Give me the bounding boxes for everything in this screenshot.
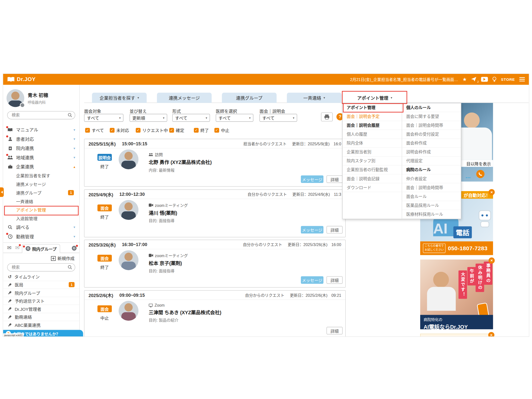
menu-item-meeting-history[interactable]: 面会｜説明会履歴 [343,121,402,130]
menu-item-by-company-rep[interactable]: 企業担当者別 [343,148,402,157]
detail-button[interactable]: 詳細 [327,175,343,183]
menu-item-slot-acceptance[interactable]: 面会枠の受付設定 [402,130,461,139]
lightbulb-icon[interactable] [492,77,497,82]
checkbox-requesting[interactable]: ✓リクエスト中 [136,127,168,133]
chevron-down-icon: ▾ [73,234,75,238]
message-button[interactable]: メッセージ [301,276,324,284]
sidebar-item-region[interactable]: 地域連携 ▾ [3,153,79,162]
channel-timeline[interactable]: ↺タイムライン [3,273,79,281]
sidebar-subitem-groups[interactable]: 連携グループ1 [3,188,79,197]
group-search-input[interactable] [7,263,75,271]
detail-button[interactable]: 詳細 [327,276,343,284]
star-icon[interactable]: ★ [463,77,467,82]
menu-item-personal-history[interactable]: 個人の履歴 [343,130,402,139]
close-icon[interactable]: × [488,332,494,337]
channel-shift-contact[interactable]: 勤務連絡 [3,313,79,321]
menu-item-create-seminar-slot[interactable]: 説明会枠作成 [402,148,461,157]
camera-icon[interactable] [20,102,25,108]
chevron-down-icon: ▾ [137,96,139,100]
drjoy-logo[interactable]: Dr.JOY [3,76,35,83]
filter-target-select[interactable]: すべて▾ [84,114,123,122]
menu-item-drug-adoption-rules[interactable]: 医薬品採用ルール [402,201,461,210]
phone-icon[interactable] [476,170,484,178]
checkbox-unhandled[interactable]: ✓未対応 [110,127,129,133]
user-avatar[interactable] [6,89,24,107]
menu-item-meeting-records[interactable]: 面会｜説明会記録 [343,174,402,183]
filter-sort-select[interactable]: 更新順▾ [130,114,167,122]
menu-item-rep-activity-monitor[interactable]: 企業担当者の行動監視 [343,166,402,174]
filter-format-select[interactable]: すべて▾ [172,114,210,122]
sidebar-item-lookup[interactable]: 調べる ▾ [3,223,79,232]
user-department: 呼吸器内科 [28,100,48,105]
sidebar-item-shift[interactable]: 勤務管理 ▾ [3,232,79,241]
ad-caption[interactable]: 目以降を表示 [457,160,493,167]
tab-find-company-rep[interactable]: 企業担当者を探す▾ [92,93,147,103]
tab-broadcast[interactable]: 一斉連絡▾ [287,93,342,103]
menu-item-hospital-wide[interactable]: 院内全体 [343,139,402,148]
sidebar-item-patients[interactable]: 患者対応 ▾ [3,134,79,144]
message-button[interactable]: メッセージ [301,175,324,183]
inbox-icon[interactable]: ✉ [7,245,11,251]
close-icon[interactable]: × [489,189,495,195]
checkbox-checked-icon: ✓ [169,128,174,132]
sidebar-subitem-broadcast[interactable]: 一斉連絡 [3,197,79,206]
group-switch-icon[interactable]: G [72,246,77,250]
store-link[interactable]: STORE [501,77,515,82]
sidebar-collapse-handle[interactable] [0,187,4,197]
card-meta: 自分からのリクエスト更新日：2025/4/9(水) 11:3 [248,191,341,197]
menu-item-proxy-settings[interactable]: 代理設定 [402,157,461,166]
menu-item-meeting-rules[interactable]: 面会ルール [402,192,461,201]
tab-groups[interactable]: 連携グループ [222,93,277,103]
menu-item-appointment-mgmt[interactable]: アポイント管理 [343,103,402,112]
channel-label: 院内グループ [15,289,40,296]
channel-admin[interactable]: Dr.JOY管理者 [3,305,79,313]
sidebar-subitem-messages[interactable]: 連携メッセージ [3,180,79,188]
menu-item-medical-material-rules[interactable]: 医療材料採用ルール [402,210,461,219]
filter-doctor-select[interactable]: すべて▾ [216,114,253,122]
ad-banner-partial[interactable]: × [420,334,493,337]
sidebar-item-manual[interactable]: マニュアル ▾ [3,125,79,134]
print-button[interactable] [321,113,332,121]
menu-item-by-staff[interactable]: 院内スタッフ別 [343,157,402,166]
send-icon[interactable]: 2 [471,77,477,82]
unread-badge: 1 [69,282,75,287]
channel-reservation-test[interactable]: 予約送信テスト [3,297,79,305]
sidebar-subitem-entry-exit[interactable]: 入退館管理 [3,214,79,223]
checkbox-cancelled[interactable]: ✓中止 [214,127,229,133]
detail-button[interactable]: 詳細 [327,327,343,334]
close-icon[interactable]: × [489,257,495,264]
menu-item-meeting-timeslots-hospital[interactable]: 面会｜説明会時間帯 [402,183,461,192]
detail-button[interactable]: 詳細 [327,226,343,234]
new-create-button[interactable]: 新規作成 [3,253,79,261]
menu-item-meeting-timeslots-personal[interactable]: 面会｜説明会時間帯 [402,121,461,130]
channel-abc-pharmacy[interactable]: ABC薬薬連携 [3,321,79,329]
card-header: 2025/4/9(水) 12:00~12:30 自分からのリクエスト更新日：20… [84,190,345,199]
ad-banner-hospital-ai[interactable]: 事務員の 休み明けの 午前が 大変です！ 病院特化の AI電話ならDr.JOY … [420,260,493,329]
try-line2: お試しください [425,248,444,251]
channel-ikyoku[interactable]: 医局1 [3,281,79,289]
message-button[interactable]: メッセージ [301,226,324,234]
tab-messages[interactable]: 連携メッセージ [157,93,212,103]
sidebar-item-hospital[interactable]: 院内連携 ▾ [3,144,79,153]
checkbox-confirmed[interactable]: ✓確定 [169,127,184,133]
hamburger-menu-icon[interactable] [519,77,525,82]
channel-hospital-group[interactable]: 院内グループ [3,289,79,297]
new-create-label: 新規作成 [57,255,74,262]
menu-item-download[interactable]: ダウンロード [343,183,402,192]
header-notice-link[interactable]: 2月21日(金)_企業担当者名簿_担当者の電話番号が一覧画面… [350,77,458,82]
video-icon[interactable] [481,77,488,82]
menu-item-create-meeting-slot[interactable]: 面会枠作成 [402,139,461,148]
filter-meeting-type-select[interactable]: すべて▾ [260,114,297,122]
tab-appointments[interactable]: アポイント管理▾ [344,93,405,103]
outbox-icon[interactable]: ✉ [15,245,19,251]
checkbox-all[interactable]: ✓すべて [85,127,104,133]
menu-item-meeting-schedule[interactable]: 面会｜説明会予定 [343,112,402,121]
sidebar-subitem-find-rep[interactable]: 企業担当者を探す [3,171,79,180]
sidebar-item-company[interactable]: 企業連携 ▴ [3,162,79,171]
menu-item-meeting-requests[interactable]: 面会に関する要望 [402,112,461,121]
sidebar-subitem-appointments[interactable]: アポイント管理 [3,205,79,214]
sidebar-search-input[interactable] [7,111,75,119]
menu-item-mediator-settings[interactable]: 仲介者設定 [402,174,461,183]
checkbox-finished[interactable]: ✓終了 [194,127,209,133]
tab-hospital-group[interactable]: G 院内グループ [22,244,60,253]
